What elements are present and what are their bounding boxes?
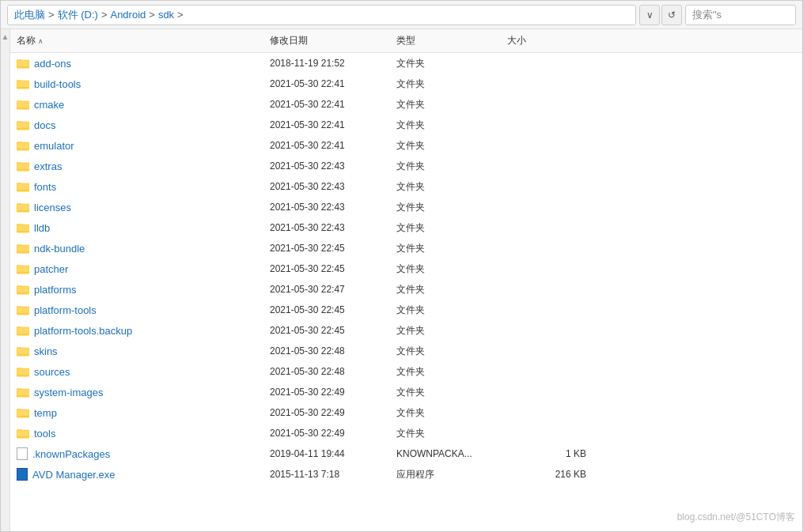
table-row[interactable]: build-tools 2021-05-30 22:41 文件夹: [10, 74, 802, 94]
table-row[interactable]: AVD Manager.exe 2015-11-13 7:18 应用程序 216…: [10, 464, 802, 485]
file-type: 文件夹: [396, 139, 507, 153]
table-row[interactable]: fonts 2021-05-30 22:43 文件夹: [10, 176, 802, 197]
file-type: 文件夹: [396, 406, 507, 420]
table-row[interactable]: ndk-bundle 2021-05-30 22:45 文件夹: [10, 238, 802, 258]
search-box[interactable]: 搜索"s: [685, 5, 796, 25]
file-type: 文件夹: [396, 345, 507, 358]
file-date: 2021-05-30 22:49: [270, 387, 396, 398]
file-type: 文件夹: [396, 386, 507, 399]
file-type: 文件夹: [396, 221, 507, 235]
col-header-type[interactable]: 类型: [396, 34, 507, 47]
breadcrumb-android[interactable]: Android: [110, 9, 146, 21]
file-name: lldb: [17, 221, 270, 234]
file-name: .knownPackages: [17, 447, 270, 460]
svg-rect-18: [17, 122, 29, 129]
table-row[interactable]: patcher 2021-05-30 22:45 文件夹: [10, 258, 802, 279]
file-date: 2021-05-30 22:45: [270, 325, 396, 336]
scroll-indicator: ▲: [2, 32, 9, 41]
table-row[interactable]: temp 2021-05-30 22:49 文件夹: [10, 402, 802, 423]
folder-icon: [17, 406, 29, 419]
table-row[interactable]: platform-tools.backup 2021-05-30 22:45 文…: [10, 320, 802, 341]
folder-icon: [17, 262, 29, 275]
file-date: 2021-05-30 22:43: [270, 160, 396, 172]
table-row[interactable]: extras 2021-05-30 22:43 文件夹: [10, 156, 802, 176]
file-date: 2015-11-13 7:18: [270, 469, 396, 480]
table-row[interactable]: lldb 2021-05-30 22:43 文件夹: [10, 217, 802, 238]
exe-icon: [17, 468, 28, 481]
table-row[interactable]: sources 2021-05-30 22:48 文件夹: [10, 361, 802, 382]
svg-rect-8: [17, 81, 29, 88]
svg-rect-93: [17, 430, 29, 437]
table-row[interactable]: licenses 2021-05-30 22:43 文件夹: [10, 197, 802, 217]
refresh-btn[interactable]: ↺: [661, 5, 682, 25]
dropdown-btn[interactable]: ∨: [639, 5, 660, 25]
svg-rect-48: [17, 245, 29, 252]
table-row[interactable]: cmake 2021-05-30 22:41 文件夹: [10, 94, 802, 115]
file-icon: [17, 447, 28, 460]
col-header-size[interactable]: 大小: [507, 34, 586, 47]
file-name: build-tools: [17, 77, 270, 90]
file-name: extras: [17, 160, 270, 172]
col-header-date[interactable]: 修改日期: [270, 34, 396, 47]
table-row[interactable]: emulator 2021-05-30 22:41 文件夹: [10, 135, 802, 156]
table-row[interactable]: platform-tools 2021-05-30 22:45 文件夹: [10, 300, 802, 320]
file-name: sources: [17, 365, 270, 378]
file-type: 文件夹: [396, 98, 507, 111]
file-type: 文件夹: [396, 427, 507, 440]
folder-icon: [17, 160, 29, 172]
folder-icon: [17, 304, 29, 316]
table-row[interactable]: system-images 2021-05-30 22:49 文件夹: [10, 382, 802, 402]
svg-rect-53: [17, 266, 29, 273]
file-type: 应用程序: [396, 468, 507, 481]
file-name: platform-tools.backup: [17, 324, 270, 337]
file-date: 2018-11-19 21:52: [270, 58, 396, 69]
folder-icon: [17, 77, 29, 90]
file-date: 2021-05-30 22:48: [270, 366, 396, 377]
breadcrumb-pc[interactable]: 此电脑: [14, 8, 45, 22]
file-type: 文件夹: [396, 242, 507, 255]
breadcrumb[interactable]: 此电脑 > 软件 (D:) > Android > sdk >: [7, 5, 636, 25]
file-type: 文件夹: [396, 119, 507, 132]
table-row[interactable]: .knownPackages 2019-04-11 19:44 KNOWNPAC…: [10, 443, 802, 464]
file-type: 文件夹: [396, 201, 507, 214]
file-date: 2021-05-30 22:41: [270, 119, 396, 130]
file-date: 2021-05-30 22:49: [270, 407, 396, 418]
svg-rect-28: [17, 163, 29, 170]
svg-rect-13: [17, 101, 29, 108]
file-date: 2021-05-30 22:43: [270, 181, 396, 192]
table-row[interactable]: docs 2021-05-30 22:41 文件夹: [10, 115, 802, 135]
file-date: 2021-05-30 22:47: [270, 284, 396, 295]
folder-icon: [17, 283, 29, 296]
file-date: 2021-05-30 22:45: [270, 304, 396, 315]
file-size: 216 KB: [507, 469, 586, 480]
file-type: 文件夹: [396, 77, 507, 91]
file-type: 文件夹: [396, 304, 507, 317]
folder-icon: [17, 201, 29, 213]
file-name: tools: [17, 427, 270, 440]
file-name: add-ons: [17, 57, 270, 70]
file-date: 2021-05-30 22:49: [270, 428, 396, 439]
folder-icon: [17, 139, 29, 152]
address-actions: ∨ ↺: [639, 5, 682, 25]
file-name: system-images: [17, 386, 270, 398]
table-row[interactable]: skins 2021-05-30 22:48 文件夹: [10, 341, 802, 361]
file-name: temp: [17, 406, 270, 419]
svg-rect-78: [17, 368, 29, 375]
breadcrumb-drive[interactable]: 软件 (D:): [58, 8, 98, 22]
file-type: 文件夹: [396, 262, 507, 276]
file-date: 2021-05-30 22:41: [270, 140, 396, 151]
file-list: add-ons 2018-11-19 21:52 文件夹 build-tools…: [10, 53, 802, 531]
file-type: KNOWNPACKA...: [396, 448, 507, 459]
file-type: 文件夹: [396, 160, 507, 173]
table-row[interactable]: add-ons 2018-11-19 21:52 文件夹: [10, 53, 802, 74]
file-name: fonts: [17, 180, 270, 193]
col-header-name[interactable]: 名称 ∧: [17, 34, 270, 47]
table-row[interactable]: platforms 2021-05-30 22:47 文件夹: [10, 279, 802, 300]
file-name: licenses: [17, 201, 270, 213]
breadcrumb-sdk[interactable]: sdk: [158, 9, 174, 21]
table-row[interactable]: tools 2021-05-30 22:49 文件夹: [10, 423, 802, 443]
folder-icon: [17, 119, 29, 131]
file-name: patcher: [17, 262, 270, 275]
left-strip: ▲: [1, 29, 10, 531]
folder-icon: [17, 386, 29, 398]
